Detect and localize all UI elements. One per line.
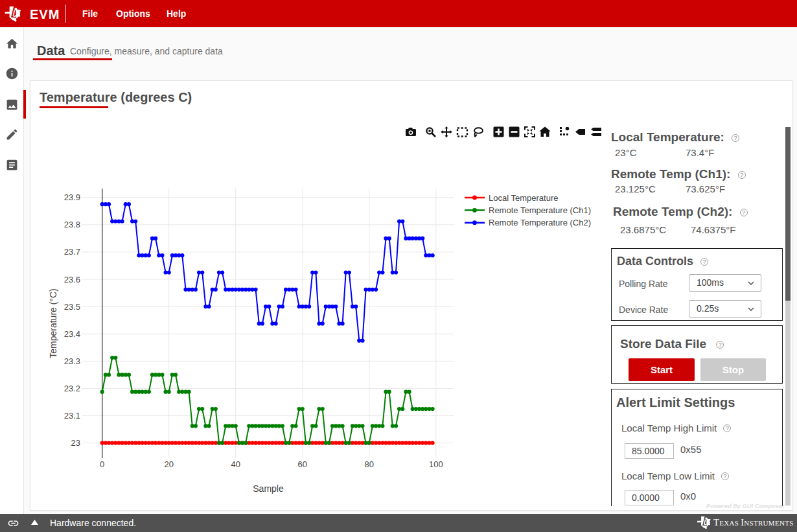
svg-text:Sample: Sample — [253, 483, 284, 494]
svg-text:23.8: 23.8 — [64, 220, 80, 229]
svg-text:23: 23 — [71, 438, 80, 448]
svg-text:Local Temperature: Local Temperature — [489, 193, 558, 203]
svg-text:0: 0 — [100, 459, 104, 469]
svg-text:Remote Temperature (Ch1): Remote Temperature (Ch1) — [489, 205, 591, 215]
svg-text:23.3: 23.3 — [64, 356, 80, 366]
svg-text:23.4: 23.4 — [64, 329, 80, 339]
svg-text:23.7: 23.7 — [64, 247, 80, 257]
svg-text:60: 60 — [298, 459, 307, 469]
svg-text:80: 80 — [365, 459, 374, 469]
svg-text:Temperature (°C): Temperature (°C) — [48, 288, 58, 358]
svg-text:100: 100 — [429, 459, 443, 469]
svg-text:Remote Temperature (Ch2): Remote Temperature (Ch2) — [489, 218, 591, 227]
svg-text:20: 20 — [164, 459, 173, 469]
svg-text:23.6: 23.6 — [64, 275, 80, 284]
svg-text:23.9: 23.9 — [64, 192, 80, 202]
svg-text:23.5: 23.5 — [64, 302, 80, 312]
svg-text:23.2: 23.2 — [64, 384, 80, 393]
svg-text:40: 40 — [231, 459, 240, 469]
svg-text:23.1: 23.1 — [64, 411, 80, 421]
